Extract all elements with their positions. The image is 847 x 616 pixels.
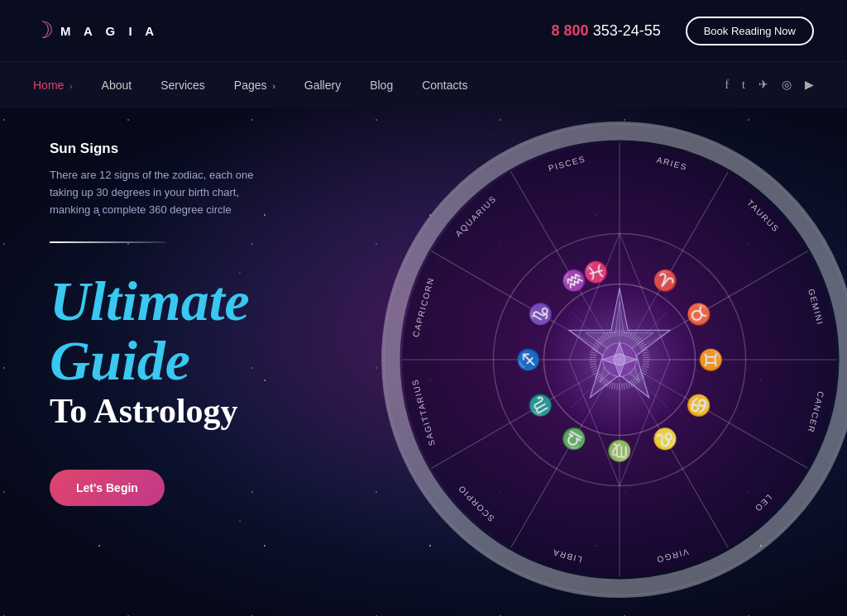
nav-item-gallery[interactable]: Gallery <box>304 78 341 93</box>
sun-signs-title: Sun Signs <box>50 141 380 157</box>
svg-text:♊: ♊ <box>698 347 723 373</box>
hero-content: Sun Signs There are 12 signs of the zodi… <box>50 141 380 506</box>
instagram-icon[interactable]: ◎ <box>782 78 792 92</box>
nav-item-home[interactable]: Home › <box>33 78 73 93</box>
facebook-icon[interactable]: f <box>725 79 729 92</box>
phone-digits: 353-24-55 <box>593 22 661 39</box>
zodiac-wheel: ♓ ♈ ♉ ♊ ♋ ♌ ♍ ♎ ♏ ♐ ♑ ♒ PISCES ARIES <box>376 116 847 604</box>
headline-line1: Ultimate <box>50 272 380 331</box>
nav-link-contacts[interactable]: Contacts <box>422 79 467 92</box>
nav-link-blog[interactable]: Blog <box>370 79 393 92</box>
hero-section: Sun Signs There are 12 signs of the zodi… <box>0 107 847 616</box>
svg-text:♐: ♐ <box>516 346 541 372</box>
lets-begin-button[interactable]: Let's Begin <box>50 470 165 506</box>
phone-prefix: 8 800 <box>552 22 589 39</box>
logo: ☽ M A G I A <box>33 19 159 42</box>
content-divider <box>50 241 165 243</box>
social-icons: f t ✈ ◎ ▶ <box>725 78 814 92</box>
nav-link-home[interactable]: Home › <box>33 79 73 92</box>
nav-links: Home › About Services Pages › Gallery Bl… <box>33 78 467 93</box>
phone-number: 8 800 353-24-55 <box>552 22 661 40</box>
nav-link-about[interactable]: About <box>102 79 132 92</box>
nav-link-gallery[interactable]: Gallery <box>304 79 341 92</box>
tumblr-icon[interactable]: t <box>742 79 745 92</box>
header: ☽ M A G I A 8 800 353-24-55 Book Reading… <box>0 0 847 62</box>
book-reading-button[interactable]: Book Reading Now <box>686 17 814 45</box>
header-right: 8 800 353-24-55 Book Reading Now <box>552 17 814 45</box>
nav-item-contacts[interactable]: Contacts <box>422 78 467 93</box>
pages-arrow: › <box>272 82 275 91</box>
nav-link-services[interactable]: Services <box>160 79 205 92</box>
hero-headline: Ultimate Guide To Astrology <box>50 272 380 432</box>
logo-text: M A G I A <box>60 24 159 38</box>
youtube-icon[interactable]: ▶ <box>805 78 814 92</box>
nav-item-pages[interactable]: Pages › <box>234 78 275 93</box>
home-arrow: › <box>69 82 72 91</box>
headline-line3: To Astrology <box>50 390 380 432</box>
nav-item-about[interactable]: About <box>102 78 132 93</box>
navigation: Home › About Services Pages › Gallery Bl… <box>0 62 847 107</box>
logo-icon: ☽ <box>33 19 54 42</box>
svg-text:♍: ♍ <box>606 438 632 463</box>
sun-signs-description: There are 12 signs of the zodiac, each o… <box>50 167 281 218</box>
nav-item-blog[interactable]: Blog <box>370 78 393 93</box>
nav-link-pages[interactable]: Pages › <box>234 79 275 92</box>
telegram-icon[interactable]: ✈ <box>758 78 768 92</box>
nav-item-services[interactable]: Services <box>160 78 205 93</box>
zodiac-wheel-svg: ♓ ♈ ♉ ♊ ♋ ♌ ♍ ♎ ♏ ♐ ♑ ♒ PISCES ARIES <box>376 116 847 604</box>
headline-line2: Guide <box>50 332 380 390</box>
